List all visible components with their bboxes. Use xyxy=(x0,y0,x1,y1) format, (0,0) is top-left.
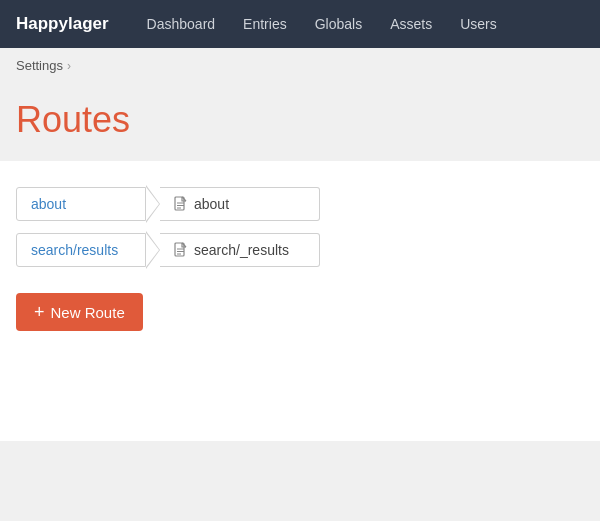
route-slug-search[interactable]: search/results xyxy=(16,233,146,267)
new-route-button[interactable]: + New Route xyxy=(16,293,143,331)
plus-icon: + xyxy=(34,303,45,321)
template-file-icon xyxy=(174,242,188,258)
route-slug-about[interactable]: about xyxy=(16,187,146,221)
nav-dashboard[interactable]: Dashboard xyxy=(133,0,230,48)
brand-logo: Happylager xyxy=(16,14,109,34)
breadcrumb-settings[interactable]: Settings xyxy=(16,58,63,73)
breadcrumb: Settings › xyxy=(0,48,600,83)
main-content: about about sea xyxy=(0,161,600,441)
route-template-name-search: search/_results xyxy=(194,242,289,258)
nav-links: Dashboard Entries Globals Assets Users xyxy=(133,0,511,48)
route-arrow-icon xyxy=(146,231,160,269)
table-row: about about xyxy=(16,185,584,223)
route-template-name-about: about xyxy=(194,196,229,212)
page-header: Routes xyxy=(0,83,600,161)
nav-users[interactable]: Users xyxy=(446,0,511,48)
nav-assets[interactable]: Assets xyxy=(376,0,446,48)
nav-entries[interactable]: Entries xyxy=(229,0,301,48)
route-template-search: search/_results xyxy=(160,233,320,267)
route-list: about about sea xyxy=(16,185,584,269)
page-title: Routes xyxy=(16,99,584,141)
route-template-about: about xyxy=(160,187,320,221)
nav-globals[interactable]: Globals xyxy=(301,0,376,48)
breadcrumb-separator: › xyxy=(67,59,71,73)
table-row: search/results search/_results xyxy=(16,231,584,269)
main-nav: Happylager Dashboard Entries Globals Ass… xyxy=(0,0,600,48)
route-arrow-icon xyxy=(146,185,160,223)
new-route-label: New Route xyxy=(51,304,125,321)
template-file-icon xyxy=(174,196,188,212)
